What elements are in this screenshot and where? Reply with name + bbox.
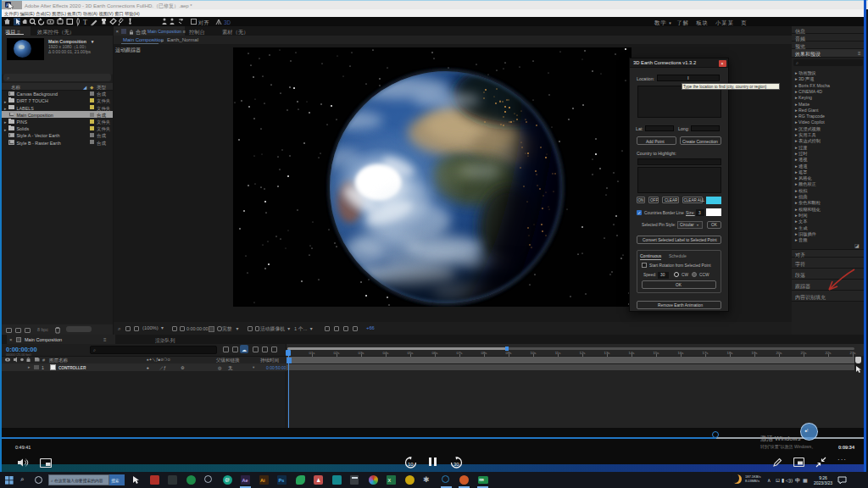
svg-text:#: #: [42, 358, 46, 363]
svg-text:T: T: [83, 19, 87, 26]
svg-text:30: 30: [453, 462, 459, 467]
svg-text:10: 10: [408, 462, 414, 467]
